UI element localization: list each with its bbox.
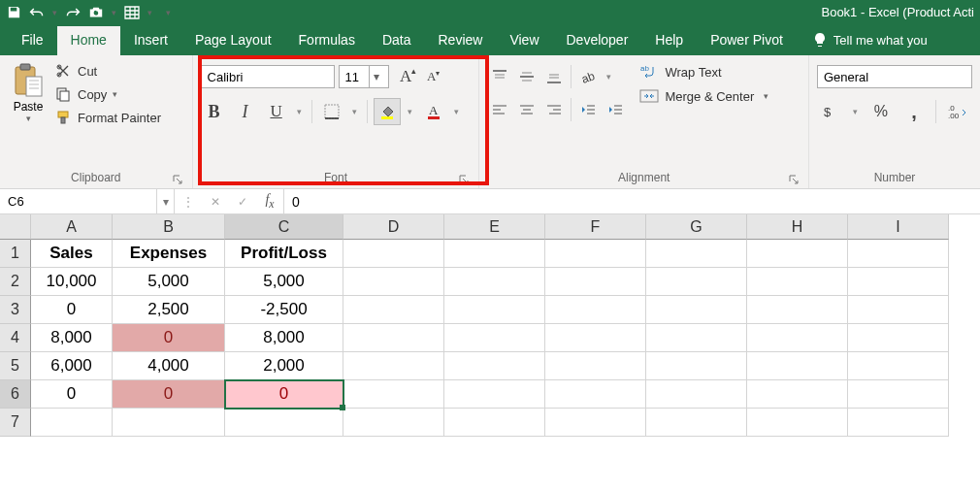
underline-dropdown-icon[interactable]: ▾ (294, 98, 306, 125)
cell-G6[interactable] (646, 380, 747, 409)
cell-H4[interactable] (747, 324, 848, 352)
cell-C6[interactable]: 0 (225, 380, 343, 409)
cell-C2[interactable]: 5,000 (225, 268, 343, 296)
align-middle-button[interactable] (514, 65, 539, 88)
bold-button[interactable]: B (201, 98, 228, 125)
col-header-D[interactable]: D (343, 214, 444, 240)
cell-B2[interactable]: 5,000 (113, 268, 225, 296)
save-icon[interactable] (6, 5, 21, 20)
cell-A6[interactable]: 0 (31, 380, 113, 409)
merge-center-button[interactable]: Merge & Center ▾ (639, 88, 768, 104)
formula-input[interactable] (283, 189, 980, 213)
col-header-E[interactable]: E (444, 214, 545, 240)
font-color-button[interactable]: A (420, 98, 447, 125)
increase-font-icon[interactable]: A▴ (397, 65, 420, 88)
accounting-format-button[interactable]: $ (817, 98, 844, 125)
comma-button[interactable]: , (900, 98, 928, 125)
cell-I5[interactable] (848, 352, 949, 380)
tab-developer[interactable]: Developer (553, 26, 642, 55)
cell-I1[interactable] (848, 240, 949, 268)
row-header-1[interactable]: 1 (0, 240, 31, 268)
row-header-6[interactable]: 6 (0, 380, 31, 409)
tab-view[interactable]: View (496, 26, 552, 55)
tab-review[interactable]: Review (425, 26, 497, 55)
cell-A4[interactable]: 8,000 (31, 324, 113, 352)
cell-F3[interactable] (545, 296, 646, 324)
row-header-2[interactable]: 2 (0, 268, 31, 296)
align-top-button[interactable] (487, 65, 512, 88)
cell-A7[interactable] (31, 409, 113, 437)
cell-I2[interactable] (848, 268, 949, 296)
tab-page-layout[interactable]: Page Layout (181, 26, 285, 55)
font-size-combo[interactable]: ▾ (339, 65, 389, 88)
redo-icon[interactable] (65, 5, 81, 20)
cell-D2[interactable] (343, 268, 444, 296)
cell-E7[interactable] (444, 409, 545, 437)
name-box-input[interactable] (0, 189, 156, 213)
enter-icon[interactable]: ✓ (229, 189, 256, 213)
borders-dropdown-icon[interactable]: ▾ (349, 98, 361, 125)
cell-H3[interactable] (747, 296, 848, 324)
cell-I3[interactable] (848, 296, 949, 324)
tab-power-pivot[interactable]: Power Pivot (697, 26, 797, 55)
cell-F1[interactable] (545, 240, 646, 268)
col-header-H[interactable]: H (747, 214, 848, 240)
cell-F7[interactable] (545, 409, 646, 437)
font-size-input[interactable] (340, 66, 369, 87)
row-header-7[interactable]: 7 (0, 409, 31, 437)
cell-G7[interactable] (646, 409, 747, 437)
cell-D5[interactable] (343, 352, 444, 380)
cell-A5[interactable]: 6,000 (31, 352, 113, 380)
merge-dropdown-icon[interactable]: ▾ (764, 91, 768, 101)
cell-E4[interactable] (444, 324, 545, 352)
italic-button[interactable]: I (232, 98, 259, 125)
cell-H7[interactable] (747, 409, 848, 437)
cell-F6[interactable] (545, 380, 646, 409)
align-bottom-button[interactable] (541, 65, 567, 88)
copy-button[interactable]: Copy ▾ (54, 86, 161, 102)
borders-button[interactable] (318, 98, 345, 125)
increase-decimal-button[interactable]: .0.00 (944, 98, 971, 125)
select-all-corner[interactable] (0, 214, 31, 240)
cell-H1[interactable] (747, 240, 848, 268)
col-header-C[interactable]: C (225, 214, 343, 240)
font-color-dropdown-icon[interactable]: ▾ (451, 98, 463, 125)
clipboard-dialog-launcher-icon[interactable] (171, 173, 184, 186)
increase-indent-button[interactable] (603, 98, 628, 121)
font-name-combo[interactable]: ▾ (201, 65, 335, 88)
cell-F5[interactable] (545, 352, 646, 380)
copy-dropdown-icon[interactable]: ▾ (113, 89, 117, 99)
cell-C3[interactable]: -2,500 (225, 296, 343, 324)
cancel-icon[interactable]: ✕ (202, 189, 229, 213)
font-size-dropdown-icon[interactable]: ▾ (369, 66, 384, 87)
cell-E1[interactable] (444, 240, 545, 268)
paste-button[interactable]: Paste ▾ (6, 59, 50, 169)
cell-D6[interactable] (343, 380, 444, 409)
cell-C4[interactable]: 8,000 (225, 324, 343, 352)
cell-I7[interactable] (848, 409, 949, 437)
cell-G1[interactable] (646, 240, 747, 268)
cell-F2[interactable] (545, 268, 646, 296)
cell-D7[interactable] (343, 409, 444, 437)
orientation-dropdown-icon[interactable]: ▾ (603, 63, 614, 90)
cut-button[interactable]: Cut (54, 63, 161, 79)
number-format-input[interactable] (818, 66, 971, 87)
dots-icon[interactable]: ⋮ (175, 189, 202, 213)
undo-icon[interactable] (29, 5, 45, 20)
name-box[interactable] (0, 189, 157, 213)
camera-icon[interactable] (88, 5, 104, 20)
cell-F4[interactable] (545, 324, 646, 352)
col-header-B[interactable]: B (113, 214, 225, 240)
orientation-button[interactable]: ab (575, 65, 601, 88)
col-header-F[interactable]: F (545, 214, 646, 240)
decrease-indent-button[interactable] (575, 98, 601, 121)
spreadsheet-grid[interactable]: ABCDEFGHI1SalesExpensesProfit/Loss210,00… (0, 214, 980, 437)
cell-G4[interactable] (646, 324, 747, 352)
col-header-G[interactable]: G (646, 214, 747, 240)
cell-D3[interactable] (343, 296, 444, 324)
cell-D4[interactable] (343, 324, 444, 352)
name-box-dropdown-icon[interactable]: ▾ (157, 189, 175, 213)
row-header-5[interactable]: 5 (0, 352, 31, 380)
fill-color-button[interactable] (374, 98, 401, 125)
font-dialog-launcher-icon[interactable] (457, 173, 471, 186)
